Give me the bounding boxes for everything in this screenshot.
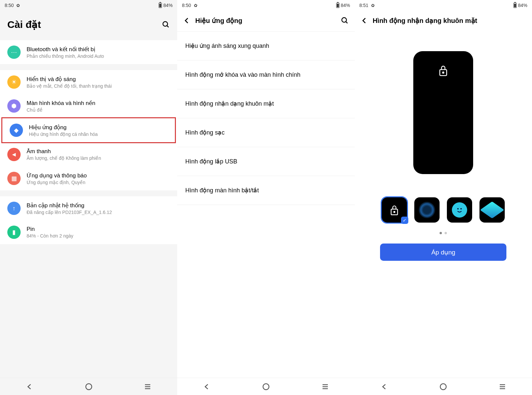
settings-item-apps[interactable]: ▦ Ứng dụng và thông báo Ứng dụng mặc địn… <box>0 166 177 190</box>
item-sub: Hiệu ứng hình động cá nhân hóa <box>29 132 168 137</box>
status-time: 8:50 <box>5 3 14 8</box>
sub-header: Hình động nhận dạng khuôn mặt <box>355 11 532 31</box>
gear-icon: ✿ <box>194 3 198 8</box>
nav-back-icon[interactable] <box>203 383 211 391</box>
dot[interactable] <box>440 232 442 234</box>
settings-item-sound[interactable]: ◄ Âm thanh Âm lượng, chế độ Không làm ph… <box>0 143 177 166</box>
dot[interactable] <box>445 232 447 234</box>
check-icon: ✓ <box>401 217 408 224</box>
page-title: Hiệu ứng động <box>195 17 336 25</box>
anim-item-charging[interactable]: Hình động sạc <box>177 118 354 147</box>
settings-header: Cài đặt <box>0 11 177 40</box>
anim-item-ambient[interactable]: Hiệu ứng ánh sáng xung quanh <box>177 32 354 60</box>
option-cube[interactable] <box>479 197 505 223</box>
nav-bar <box>177 378 354 395</box>
svg-line-1 <box>167 26 169 27</box>
nav-bar <box>0 378 177 395</box>
battery-pct: 84% <box>518 3 527 8</box>
nav-back-icon[interactable] <box>26 383 34 391</box>
settings-item-battery[interactable]: ▮ Pin 84% - Còn hơn 2 ngày <box>0 220 177 244</box>
anim-item-face[interactable]: Hình động nhận dạng khuôn mặt <box>177 89 354 118</box>
svg-point-2 <box>86 384 92 390</box>
item-title: Pin <box>27 226 170 233</box>
nav-recent-icon[interactable] <box>144 383 152 391</box>
settings-item-animations[interactable]: ◆ Hiệu ứng động Hiệu ứng hình động cá nh… <box>1 117 176 143</box>
item-title: Bluetooth và kết nối thiết bị <box>27 46 170 53</box>
svg-point-17 <box>461 208 462 209</box>
nav-home-icon[interactable] <box>262 383 270 391</box>
apply-button[interactable]: Áp dụng <box>380 244 506 261</box>
nav-bar <box>355 378 532 395</box>
item-title: Ứng dụng và thông báo <box>27 172 170 179</box>
option-row: ✓ <box>382 197 505 223</box>
sun-icon: ☀ <box>7 75 21 89</box>
ellipsis-icon: ⋯ <box>7 46 21 59</box>
settings-item-update[interactable]: ↑ Bản cập nhật hệ thống Đã nâng cấp lên … <box>0 196 177 220</box>
item-title: Âm thanh <box>27 148 170 155</box>
phone-preview <box>413 51 473 174</box>
settings-item-bluetooth[interactable]: ⋯ Bluetooth và kết nối thiết bị Phản chi… <box>0 40 177 64</box>
apps-icon: ▦ <box>7 172 21 185</box>
sub-header: Hiệu ứng động <box>177 11 354 32</box>
anim-item-usb[interactable]: Hình động lắp USB <box>177 147 354 176</box>
nav-recent-icon[interactable] <box>321 383 329 391</box>
item-sub: Bảo vệ mắt, Chế độ tối, thanh trạng thái <box>27 83 170 89</box>
cube-icon <box>480 201 504 218</box>
status-bar: 8:51 ✿ 84% <box>355 0 532 11</box>
item-sub: Ứng dụng mặc định, Quyền <box>27 180 170 185</box>
item-title: Màn hình khóa và hình nền <box>27 100 170 107</box>
pager-dots <box>440 232 447 234</box>
volume-icon: ◄ <box>7 148 21 161</box>
svg-line-7 <box>346 22 347 23</box>
back-icon[interactable] <box>183 17 191 24</box>
battery-pct: 84% <box>163 3 173 8</box>
nav-recent-icon[interactable] <box>498 383 506 391</box>
anim-item-screen-toggle[interactable]: Hình động màn hình bật/tắt <box>177 176 354 205</box>
option-lock[interactable]: ✓ <box>382 197 407 223</box>
smiley-icon <box>452 202 467 218</box>
svg-point-18 <box>440 384 446 390</box>
face-animation-screen: 8:51 ✿ 84% Hình động nhận dạng khuôn mặt… <box>355 0 532 395</box>
svg-point-8 <box>263 384 269 390</box>
item-sub: Âm lượng, chế độ Không làm phiền <box>27 155 170 161</box>
battery-icon <box>336 3 339 8</box>
item-sub: Đã nâng cấp lên PD2103F_EX_A_1.6.12 <box>27 210 170 215</box>
svg-point-16 <box>458 208 459 209</box>
settings-screen: 8:50 ✿ 84% Cài đặt ⋯ Bluetooth và kết nố… <box>0 0 177 395</box>
item-title: Bản cập nhật hệ thống <box>27 202 170 209</box>
page-title: Cài đặt <box>7 19 41 30</box>
option-ring[interactable] <box>414 197 440 223</box>
update-icon: ↑ <box>7 202 21 215</box>
gear-icon: ✿ <box>371 3 375 8</box>
item-title: Hiệu ứng động <box>29 124 168 131</box>
status-bar: 8:50 ✿ 84% <box>0 0 177 11</box>
settings-item-display[interactable]: ☀ Hiển thị và độ sáng Bảo vệ mắt, Chế độ… <box>0 70 177 94</box>
lock-icon <box>438 64 449 76</box>
brush-icon: ⬢ <box>7 99 21 113</box>
item-sub: 84% - Còn hơn 2 ngày <box>27 233 170 239</box>
status-bar: 8:50 ✿ 84% <box>177 0 354 11</box>
nav-home-icon[interactable] <box>439 383 447 391</box>
settings-item-lockscreen[interactable]: ⬢ Màn hình khóa và hình nền Chủ đề <box>0 94 177 118</box>
gear-icon: ✿ <box>16 3 20 8</box>
svg-point-0 <box>163 22 168 26</box>
animations-screen: 8:50 ✿ 84% Hiệu ứng động Hiệu ứng ánh sá… <box>177 0 354 395</box>
battery-icon <box>159 3 162 8</box>
ring-icon <box>418 201 436 219</box>
nav-home-icon[interactable] <box>85 383 93 391</box>
back-icon[interactable] <box>361 17 368 24</box>
search-icon[interactable] <box>341 17 349 25</box>
status-time: 8:50 <box>182 3 191 8</box>
svg-point-15 <box>394 211 395 213</box>
battery-icon <box>513 3 517 8</box>
item-title: Hiển thị và độ sáng <box>27 76 170 83</box>
battery-icon: ▮ <box>7 226 21 239</box>
battery-pct: 84% <box>341 3 350 8</box>
search-icon[interactable] <box>162 21 170 29</box>
item-sub: Chủ đề <box>27 107 170 113</box>
layers-icon: ◆ <box>10 124 23 137</box>
status-time: 8:51 <box>359 3 368 8</box>
anim-item-unlock[interactable]: Hình động mở khóa và vào màn hình chính <box>177 60 354 89</box>
option-smiley[interactable] <box>447 197 472 223</box>
nav-back-icon[interactable] <box>380 383 388 391</box>
